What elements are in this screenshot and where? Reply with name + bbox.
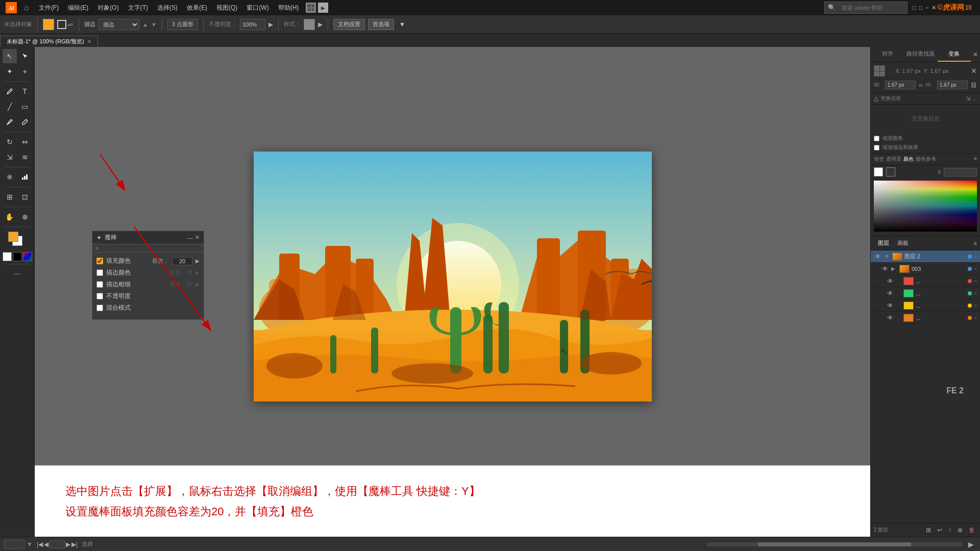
layer-003-eye-icon[interactable]: 👁: [881, 265, 889, 272]
stroke-color-expand-arrow[interactable]: ▶: [195, 270, 200, 276]
brush-profile[interactable]: 3 点圆形: [167, 19, 198, 30]
tab-pathfinder[interactable]: 路径查找器: [904, 47, 937, 62]
slice-tool-button[interactable]: ⊡: [18, 190, 32, 204]
h-scrollbar[interactable]: [707, 542, 962, 546]
paintbrush-tool-button[interactable]: [3, 115, 17, 129]
warp-tool-button[interactable]: ≋: [18, 150, 32, 164]
panel-more-icon[interactable]: ≡: [95, 245, 99, 251]
layer-item-green[interactable]: 👁 ... ○: [871, 287, 980, 299]
stroke-color-checkbox[interactable]: [96, 269, 103, 276]
layer-red-eye-icon[interactable]: 👁: [886, 278, 894, 285]
menu-help[interactable]: 帮助(H): [274, 2, 303, 14]
layer-003-expand-icon[interactable]: ▶: [891, 266, 897, 271]
right-panel-close-button[interactable]: ✕: [971, 47, 980, 62]
menu-select[interactable]: 选择(S): [153, 2, 182, 14]
dark-color-swatch[interactable]: [886, 167, 895, 177]
color-guide-tab[interactable]: 颜色参考: [916, 156, 936, 163]
artboard-tool-button[interactable]: ⊞: [3, 190, 17, 204]
magic-wand-tool-button[interactable]: ✦: [3, 64, 17, 79]
layers-tab-artboards[interactable]: 画板: [893, 238, 913, 248]
white-swatch[interactable]: [3, 252, 12, 261]
transform-close-icon[interactable]: ✕: [971, 67, 977, 75]
lasso-tool-button[interactable]: ⌖: [18, 64, 32, 79]
h-input[interactable]: [937, 81, 968, 89]
h-scrollbar-thumb[interactable]: [758, 542, 911, 546]
layers-menu-icon[interactable]: ≡: [974, 240, 977, 246]
rotate-tool-button[interactable]: ↻: [3, 135, 17, 149]
zoom-input[interactable]: 100%: [4, 540, 24, 549]
scale-strokes-checkbox[interactable]: [874, 145, 879, 151]
menu-type[interactable]: 文字(T): [124, 2, 152, 14]
pen-tool-button[interactable]: [3, 84, 17, 98]
doc-settings-button[interactable]: 文档设置: [333, 19, 365, 30]
layer-yellow-lock-icon[interactable]: ○: [974, 303, 977, 308]
zoom-tool-button[interactable]: ⊕: [18, 210, 32, 224]
direct-select-tool-button[interactable]: [18, 49, 32, 63]
menu-object[interactable]: 对象(O): [93, 2, 122, 14]
make-sublayer-button[interactable]: ↩: [935, 525, 944, 535]
fill-color-swatch[interactable]: [43, 19, 54, 30]
search-input[interactable]: [838, 3, 904, 12]
line-tool-button[interactable]: ╱: [3, 99, 17, 114]
page-input[interactable]: 1: [50, 540, 65, 548]
artboard[interactable]: ↖: [254, 152, 652, 402]
next-page-button[interactable]: ▶: [66, 541, 70, 548]
panel-minimize-button[interactable]: —: [187, 234, 193, 241]
move-to-current-button[interactable]: ↑: [946, 525, 953, 535]
first-page-button[interactable]: |◀: [37, 541, 43, 548]
preferences-button[interactable]: 首选项: [368, 19, 394, 30]
fill-tolerance-input[interactable]: 20: [172, 257, 192, 265]
opacity-tab[interactable]: 透明度: [886, 156, 901, 163]
layer-item-red[interactable]: 👁 ... ○: [871, 275, 980, 287]
opacity-checkbox[interactable]: [96, 293, 103, 299]
layer-orange-lock-icon[interactable]: ○: [974, 315, 977, 320]
hand-tool-button[interactable]: ✋: [3, 210, 17, 224]
blend-tab[interactable]: 渐变: [874, 156, 884, 163]
layer-item-2[interactable]: 👁 ▼ 图层 2 ○: [871, 251, 980, 263]
grid-icon[interactable]: [874, 65, 885, 77]
stroke-width-expand-arrow[interactable]: ▶: [195, 282, 200, 287]
pencil-tool-button[interactable]: [18, 115, 32, 129]
select-tool-button[interactable]: ↖: [3, 49, 17, 63]
home-icon[interactable]: ⌂: [19, 1, 34, 15]
delete-layer-button[interactable]: 🗑: [967, 525, 977, 535]
w-input[interactable]: [885, 81, 916, 89]
scale-tool-button[interactable]: ⇲: [3, 150, 17, 164]
style-expand-icon[interactable]: ▶: [318, 21, 323, 28]
opacity-expand-icon[interactable]: ▶: [268, 21, 273, 28]
opacity-input[interactable]: [240, 19, 265, 30]
type-tool-button[interactable]: T: [18, 84, 32, 98]
column-graph-button[interactable]: [18, 170, 32, 184]
last-page-button[interactable]: ▶|: [71, 541, 78, 548]
layer-2-lock-icon[interactable]: ○: [974, 254, 977, 259]
scroll-right-button[interactable]: ▶: [966, 540, 976, 548]
zoom-down-icon[interactable]: ▼: [27, 541, 33, 548]
panel-close-button[interactable]: ✕: [195, 234, 200, 241]
white-color-swatch[interactable]: [874, 167, 883, 177]
mirror-tool-button[interactable]: ⇔: [18, 135, 32, 149]
layer-003-lock-icon[interactable]: ○: [974, 266, 977, 271]
color-spectrum[interactable]: [874, 181, 977, 232]
prev-page-button[interactable]: ◀: [44, 541, 48, 548]
menu-file[interactable]: 文件(F): [35, 2, 63, 14]
layer-item-003[interactable]: 👁 ▶ 003 ○: [871, 263, 980, 275]
layer-2-eye-icon[interactable]: 👁: [874, 253, 882, 260]
layer-red-lock-icon[interactable]: ○: [974, 278, 977, 284]
symbol-spray-button[interactable]: ※: [3, 170, 17, 184]
tab-align[interactable]: 对齐: [871, 47, 904, 62]
more-tools-button[interactable]: ···: [10, 267, 24, 281]
menu-window[interactable]: 窗口(W): [242, 2, 273, 14]
tab-close-icon[interactable]: ✕: [87, 39, 91, 44]
panel-menu-btn[interactable]: ≡: [974, 156, 977, 163]
create-layer-button[interactable]: ⊞: [924, 525, 933, 535]
fill-color-checkbox[interactable]: [96, 258, 103, 264]
tab-document[interactable]: 未标题-1* @ 100% (RGB/预览) ✕: [0, 36, 98, 47]
gradient-swatch[interactable]: [23, 252, 32, 261]
layers-tab-layers[interactable]: 图层: [874, 238, 893, 248]
menu-effect[interactable]: 效果(E): [183, 2, 211, 14]
layer-green-lock-icon[interactable]: ○: [974, 290, 977, 296]
layer-orange-eye-icon[interactable]: 👁: [886, 314, 894, 321]
rectangle-tool-button[interactable]: ▭: [18, 99, 32, 114]
merge-layers-button[interactable]: ⊕: [955, 525, 965, 535]
blend-mode-checkbox[interactable]: [96, 305, 103, 311]
